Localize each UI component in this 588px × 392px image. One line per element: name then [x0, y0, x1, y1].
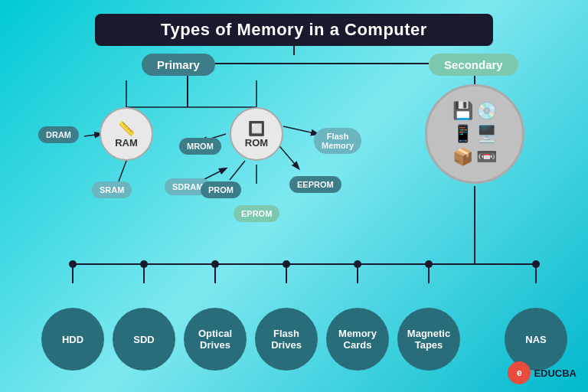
optical-drives-circle: OpticalDrives — [184, 308, 247, 371]
secondary-devices-circle: 💾 💿 📱 🖥️ 📦 📼 — [425, 84, 524, 184]
educba-logo: e EDUCBA — [508, 361, 577, 384]
flash-drives-circle: FlashDrives — [255, 308, 318, 371]
svg-point-31 — [354, 260, 361, 268]
svg-point-32 — [425, 260, 433, 268]
svg-line-17 — [283, 126, 318, 134]
educba-logo-symbol: e — [517, 368, 522, 378]
sdcard-icon: 📱 — [452, 124, 473, 144]
svg-point-27 — [69, 260, 77, 268]
eeprom-bubble: EEPROM — [289, 176, 341, 193]
educba-logo-text: EDUCBA — [534, 368, 577, 379]
flash-memory-bubble: FlashMemory — [314, 128, 361, 154]
sram-bubble: SRAM — [92, 181, 132, 198]
rom-circle: 🔲 ROM — [230, 107, 283, 161]
usb-icon: 🖥️ — [476, 124, 497, 144]
mrom-bubble: MROM — [179, 138, 221, 155]
tape-icon: 📼 — [476, 147, 497, 167]
secondary-label: Secondary — [429, 54, 518, 76]
educba-logo-circle: e — [508, 361, 531, 384]
eprom-bubble: EPROM — [234, 205, 279, 222]
prom-bubble: PROM — [201, 181, 241, 198]
rom-icon: 🔲 — [248, 120, 265, 137]
disk-icon: 💿 — [476, 101, 497, 121]
sdd-circle: SDD — [113, 308, 175, 371]
svg-line-10 — [84, 134, 101, 136]
svg-line-11 — [119, 161, 126, 181]
ram-circle: 📏 RAM — [100, 107, 153, 161]
svg-point-30 — [283, 260, 290, 268]
hdd-circle: HDD — [41, 308, 104, 371]
memory-cards-circle: MemoryCards — [326, 308, 389, 371]
svg-point-33 — [532, 260, 540, 268]
primary-label: Primary — [142, 54, 215, 76]
svg-point-29 — [211, 260, 219, 268]
hdd-icon: 💾 — [452, 101, 473, 121]
ram-icon: 📏 — [118, 120, 135, 137]
svg-line-14 — [230, 161, 245, 180]
dram-bubble: DRAM — [38, 126, 79, 143]
magnetic-tapes-circle: MagneticTapes — [397, 308, 460, 371]
page-title: Types of Memory in a Computer — [95, 14, 493, 46]
ssd-icon: 📦 — [452, 147, 473, 167]
svg-point-28 — [140, 260, 148, 268]
